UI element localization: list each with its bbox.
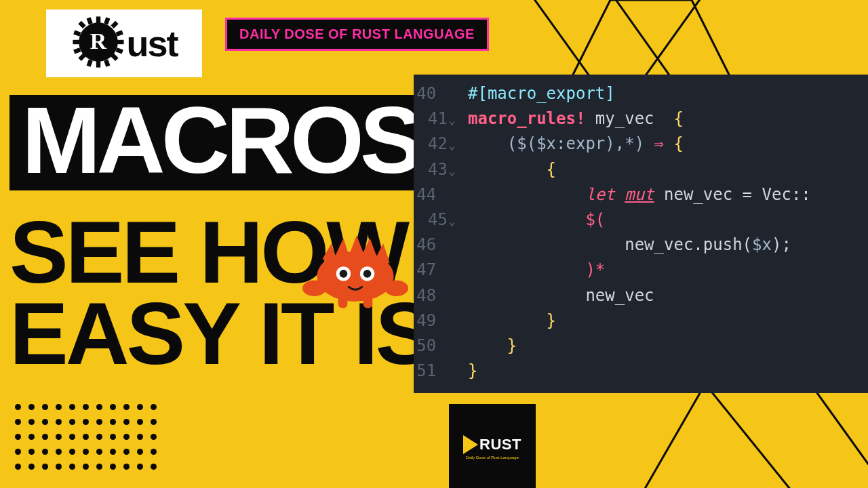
svg-rect-6 bbox=[96, 16, 100, 24]
brand-subtitle: Daily Dose of Rust Language bbox=[466, 455, 519, 460]
ferris-crab-icon bbox=[302, 229, 408, 310]
svg-rect-9 bbox=[116, 40, 123, 44]
code-content: #[macro_export] macro_rules! my_vec { ($… bbox=[461, 75, 811, 393]
line-number-gutter: 40 41⌄ 42⌄ 43⌄ 44 45⌄ 46 47 48 49 50 51 bbox=[414, 75, 461, 393]
dot-pattern bbox=[15, 404, 164, 479]
gear-icon: R bbox=[71, 15, 125, 72]
svg-rect-15 bbox=[104, 17, 110, 24]
svg-rect-7 bbox=[96, 60, 100, 67]
svg-rect-10 bbox=[78, 21, 85, 28]
svg-point-36 bbox=[363, 270, 372, 278]
rust-logo: R ust bbox=[46, 9, 202, 77]
svg-marker-24 bbox=[322, 243, 336, 263]
svg-rect-17 bbox=[104, 60, 110, 67]
svg-rect-20 bbox=[115, 30, 123, 37]
brand-badge: RUST Daily Dose of Rust Language bbox=[449, 404, 536, 488]
svg-rect-8 bbox=[73, 40, 80, 44]
code-editor: 40 41⌄ 42⌄ 43⌄ 44 45⌄ 46 47 48 49 50 51 … bbox=[414, 75, 868, 393]
logo-text: ust bbox=[127, 22, 178, 64]
svg-rect-21 bbox=[115, 47, 123, 54]
svg-rect-31 bbox=[338, 296, 348, 308]
svg-rect-18 bbox=[73, 30, 81, 37]
svg-rect-16 bbox=[86, 60, 92, 67]
svg-rect-32 bbox=[363, 296, 373, 308]
svg-point-35 bbox=[340, 270, 348, 278]
svg-rect-19 bbox=[73, 47, 81, 54]
svg-marker-26 bbox=[350, 235, 363, 252]
headline-line1: MACROS bbox=[9, 95, 431, 190]
svg-rect-12 bbox=[111, 21, 118, 28]
brand-text: RUST bbox=[479, 436, 521, 453]
banner: DAILY DOSE OF RUST LANGUAGE bbox=[225, 18, 489, 51]
triangle-icon bbox=[463, 435, 478, 454]
svg-rect-14 bbox=[86, 17, 92, 24]
svg-text:R: R bbox=[90, 28, 106, 54]
